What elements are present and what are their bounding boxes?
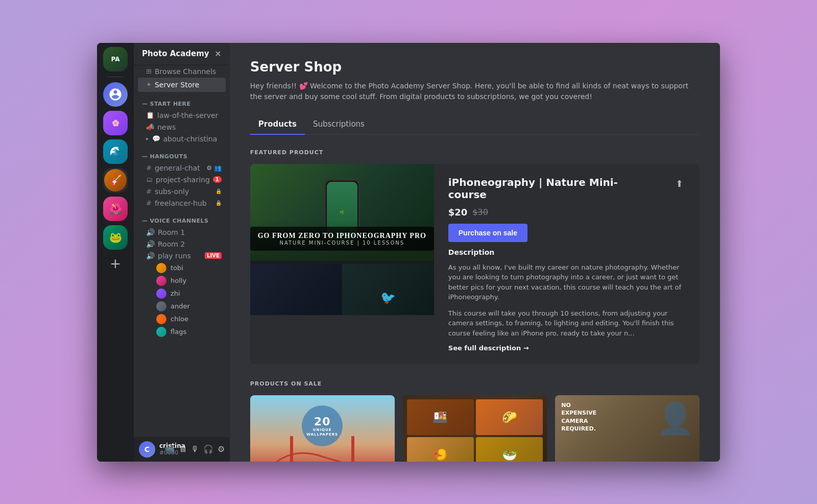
store-icon: ✦: [146, 81, 152, 88]
product-card-food[interactable]: 🍱 🌮 🍤 🥗 8 FOODIE FILTERS Foodie Filter P…: [403, 395, 547, 462]
price-original: $30: [472, 207, 488, 217]
server-avatar-5[interactable]: 🎸: [103, 168, 128, 193]
film-overlay-text: NOEXPENSIVECAMERAREQUIRED.: [561, 401, 596, 433]
lock-icon-subs: 🔒: [215, 188, 222, 194]
overlay-title: GO FROM ZERO TO IPHONEOGRAPHY PRO: [258, 232, 426, 240]
user-panel: C cristina #0000 📹 🖥 🎙 🎧 ⚙: [134, 437, 230, 462]
featured-images: 🌿 GO FROM ZERO TO IPHONEOGRAPHY PRO NATU…: [250, 164, 434, 365]
forum-icon: 🗂: [146, 176, 153, 183]
section-voice: — VOICE CHANNELS: [134, 209, 230, 226]
screen-icon[interactable]: 🖥: [178, 443, 188, 455]
featured-img-small-2: 🐦: [342, 264, 434, 315]
rules-icon: 📋: [146, 111, 154, 119]
product-img-wallpaper: 20 UNIQUEWALLPAPERS: [250, 395, 395, 462]
avatar: C: [139, 441, 155, 458]
channel-room1[interactable]: 🔊 Room 1: [138, 227, 226, 238]
tab-products[interactable]: Products: [250, 114, 305, 135]
featured-img-small-1: [250, 264, 342, 315]
featured-title: iPhoneography | Nature Mini-course: [448, 176, 642, 201]
overlay-sub: NATURE MINI-COURSE | 10 LESSONS: [258, 240, 426, 246]
price-row: $20 $30: [448, 207, 685, 218]
channel-subs-only[interactable]: # subs-only 🔒: [138, 186, 226, 197]
description-text-2: This course will take you through 10 sec…: [448, 308, 685, 339]
voice-username-ander: ander: [171, 302, 190, 310]
bridge-svg: [271, 436, 373, 462]
user-controls: 📹 🖥 🎙 🎧 ⚙: [163, 443, 226, 455]
voice-user-holly: holly: [138, 275, 226, 287]
server-store-item[interactable]: ✦ Server Store: [138, 78, 226, 92]
see-full-link[interactable]: See full description →: [448, 344, 685, 352]
page-description: Hey friends!! 💕 Welcome to the Photo Aca…: [250, 81, 700, 102]
sidebar: PA 🌸 🌊 🎸 🌺 🐸 + Photo Academy ✕: [97, 43, 230, 462]
placeholder-medium: 🐦: [342, 264, 434, 315]
badge-project-sharing: 1: [213, 176, 222, 183]
channel-law-of-server[interactable]: 📋 law-of-the-server: [138, 110, 226, 121]
share-button[interactable]: ⬆: [674, 176, 685, 191]
channel-room2[interactable]: 🔊 Room 2: [138, 238, 226, 250]
voice-user-tobi: tobi: [138, 262, 226, 274]
purchase-button[interactable]: Purchase on sale: [448, 224, 527, 242]
speaker-icon-1: 🔊: [146, 228, 155, 236]
section-start-here: — START HERE: [134, 92, 230, 109]
main-content: Server Shop Hey friends!! 💕 Welcome to t…: [230, 43, 720, 462]
voice-username-tobi: tobi: [171, 264, 183, 272]
product-img-film: 👤 NOEXPENSIVECAMERAREQUIRED.: [555, 395, 700, 462]
channel-play-runs[interactable]: 🔊 play runs LIVE: [138, 250, 226, 261]
avatar-sidebar: PA 🌸 🌊 🎸 🌺 🐸 +: [97, 43, 134, 462]
server-avatar-3[interactable]: 🌸: [103, 111, 128, 135]
browse-channels[interactable]: ⊞ Browse Channels: [138, 66, 226, 77]
headphone-icon[interactable]: 🎧: [202, 443, 214, 455]
bird-icon: 🐦: [380, 291, 396, 305]
featured-label: FEATURED PRODUCT: [250, 149, 700, 156]
announcement-icon: 📣: [146, 123, 154, 131]
speaker-icon-3: 🔊: [146, 252, 155, 260]
mic-icon[interactable]: 🎙: [190, 443, 200, 455]
voice-username-holly: holly: [171, 277, 186, 284]
hash-icon-2: #: [146, 187, 152, 195]
video-icon[interactable]: 📹: [163, 443, 176, 455]
featured-info: iPhoneography | Nature Mini-course ⬆ $20…: [434, 164, 700, 365]
channel-scroll: ⊞ Browse Channels ✦ Server Store — START…: [134, 65, 230, 462]
voice-user-chloe: chloe: [138, 313, 226, 325]
voice-username-zhi: zhi: [171, 290, 180, 297]
hash-icon-3: #: [146, 199, 152, 207]
channel-general-chat[interactable]: # general-chat ⚙ 👥: [138, 162, 226, 174]
voice-user-ander: ander: [138, 300, 226, 313]
featured-header-row: iPhoneography | Nature Mini-course ⬆: [448, 176, 685, 201]
browse-icon: ⊞: [146, 67, 152, 75]
lock-icon-freelancer: 🔒: [215, 200, 222, 206]
server-avatar-6[interactable]: 🌺: [103, 197, 128, 221]
description-text: As you all know, I've built my career on…: [448, 262, 685, 302]
channel-news[interactable]: 📣 news: [138, 122, 226, 133]
server-avatar-7[interactable]: 🐸: [103, 225, 128, 250]
voice-username-chloe: chloe: [171, 315, 188, 323]
channel-about-christina[interactable]: ▸ 💬 about-christina: [138, 133, 226, 145]
channel-project-sharing[interactable]: 🗂 project-sharing 1: [138, 174, 226, 185]
server-header[interactable]: Photo Academy ✕: [134, 43, 230, 65]
featured-img-main: 🌿 GO FROM ZERO TO IPHONEOGRAPHY PRO NATU…: [250, 164, 434, 264]
tabs: Products Subscriptions: [250, 114, 700, 135]
section-hangouts: — HANGOUTS: [134, 145, 230, 162]
voice-user-flags: flags: [138, 326, 226, 338]
description-title: Description: [448, 248, 685, 256]
server-avatar-2[interactable]: [103, 82, 128, 107]
price-current: $20: [448, 207, 468, 218]
settings-icon[interactable]: ⚙: [217, 443, 226, 455]
channel-sidebar: Photo Academy ✕ ⊞ Browse Channels ✦ Serv…: [134, 43, 230, 462]
product-card-wallpaper[interactable]: 20 UNIQUEWALLPAPERS: [250, 395, 395, 462]
server-avatar-1[interactable]: PA: [103, 47, 128, 71]
featured-card: 🌿 GO FROM ZERO TO IPHONEOGRAPHY PRO NATU…: [250, 164, 700, 365]
product-img-food: 🍱 🌮 🍤 🥗 8 FOODIE FILTERS: [403, 395, 547, 462]
placeholder-dark: [250, 264, 342, 315]
voice-user-zhi: zhi: [138, 287, 226, 300]
product-card-film[interactable]: 👤 NOEXPENSIVECAMERAREQUIRED. Full Film P…: [555, 395, 700, 462]
live-badge: LIVE: [205, 252, 222, 259]
speaker-icon-2: 🔊: [146, 240, 155, 248]
featured-img-overlay: GO FROM ZERO TO IPHONEOGRAPHY PRO NATURE…: [250, 227, 434, 251]
chat-icon: 💬: [152, 135, 160, 142]
page-title: Server Shop: [250, 59, 700, 75]
server-avatar-4[interactable]: 🌊: [103, 139, 128, 164]
channel-freelancer-hub[interactable]: # freelancer-hub 🔒: [138, 198, 226, 209]
sale-label: PRODUCTS ON SALE: [250, 380, 700, 387]
tab-subscriptions[interactable]: Subscriptions: [305, 114, 373, 135]
